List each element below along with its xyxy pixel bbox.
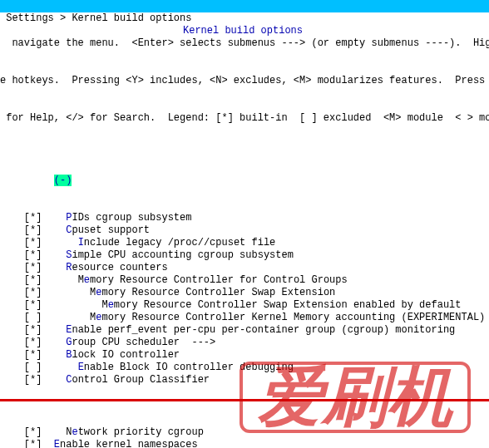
menu-item-label: nable perf_event per-cpu per-container g… [72, 324, 455, 336]
help-line: for Help, </> for Search. Legend: [*] bu… [0, 112, 489, 125]
menu-item[interactable]: [*] Block IO controller [0, 349, 489, 362]
checkbox-state: [*] [24, 224, 42, 236]
menu-item[interactable]: [*] Memory Resource Controller Swap Exte… [0, 299, 489, 312]
menu-item-label: nclude legacy /proc//cpuset file [84, 237, 275, 249]
help-line: navigate the menu. <Enter> selects subme… [0, 37, 489, 50]
menu-item[interactable]: [*] Memory Resource Controller Swap Exte… [0, 287, 489, 299]
checkbox-state: [*] [24, 249, 42, 261]
menu-item[interactable]: [*] Group CPU scheduler ---> [0, 337, 489, 349]
hotkey-char: E [78, 362, 84, 373]
checkbox-state: [*] [24, 237, 42, 249]
checkbox-state: [*] [24, 287, 42, 298]
checkbox-state: [*] [24, 349, 42, 361]
title-bar: Settings > Kernel build options Kernel b… [0, 0, 489, 12]
menu-item[interactable]: [*] Include legacy /proc//cpuset file [0, 237, 489, 249]
menu-item-label: mory Resource Controller Swap Extension [101, 287, 335, 298]
menu-item-label: nable Block IO controller debugging [84, 362, 294, 373]
hotkey-char: e [72, 426, 77, 438]
menu-item-label: mory Resource Controller Kernel Memory a… [101, 312, 485, 323]
menu-item[interactable]: [*] Simple CPU accounting cgroup subsyst… [0, 249, 489, 262]
menu-item-label: esource counters [72, 262, 167, 273]
dialog-title: Kernel build options [183, 25, 303, 37]
menu-item[interactable]: [*] Enable kernel namespaces [0, 439, 489, 448]
checkbox-state: [*] [24, 337, 42, 348]
menu-item[interactable]: [*] Enable perf_event per-cpu per-contai… [0, 324, 489, 337]
checkbox-state: [*] [24, 374, 42, 386]
menu-list[interactable]: (-) [*] PIDs cgroup subsystem [*] Cpuset… [0, 150, 489, 399]
menu-item[interactable]: [*] Memory Resource Controller for Contr… [0, 274, 489, 287]
menu-item-label: nable kernel namespaces [60, 439, 198, 448]
checkbox-state: [*] [24, 262, 42, 273]
hotkey-char: I [78, 237, 84, 249]
checkbox-state: [*] [24, 299, 42, 311]
checkbox-state: [*] [24, 324, 42, 336]
breadcrumb: Settings > Kernel build options [0, 12, 191, 25]
menu-item-label: imple CPU accounting cgroup subsystem [72, 249, 293, 261]
menu-item-label: twork priority cgroup [78, 426, 204, 438]
checkbox-state: [*] [24, 439, 42, 448]
checkbox-state: [*] [24, 212, 42, 224]
checkbox-state: [ ] [24, 362, 42, 373]
menu-item[interactable]: [*] Network priority cgroup [0, 426, 489, 439]
hotkey-char: e [84, 274, 90, 286]
menu-item[interactable]: [*] Cpuset support [0, 224, 489, 237]
hotkey-char: e [108, 299, 114, 311]
checkbox-state: [ ] [24, 312, 42, 323]
menu-item-label: ontrol Group Classifier [72, 374, 210, 386]
menu-item[interactable]: [*] Control Group Classifier [0, 374, 489, 386]
menu-item-label: IDs cgroup subsystem [72, 212, 191, 224]
help-line: e hotkeys. Pressing <Y> includes, <N> ex… [0, 75, 489, 87]
menu-item[interactable]: [ ] Enable Block IO controller debugging [0, 362, 489, 374]
menu-list[interactable]: [*] Network priority cgroup [*] Enable k… [0, 401, 489, 448]
menu-item[interactable]: [*] PIDs cgroup subsystem [0, 212, 489, 224]
menu-item[interactable]: [*] Resource counters [0, 262, 489, 274]
hotkey-char: E [54, 439, 60, 448]
menu-item[interactable]: [ ] Memory Resource Controller Kernel Me… [0, 312, 489, 324]
menu-item-label: lock IO controller [72, 349, 180, 361]
menu-item-label: puset support [72, 224, 150, 236]
menu-item-label: roup CPU scheduler ---> [72, 337, 215, 348]
scroll-marker: (-) [0, 175, 489, 187]
menu-item-label: mory Resource Controller for Control Gro… [90, 274, 348, 286]
menu-item-label: mory Resource Controller Swap Extension … [114, 299, 462, 311]
checkbox-state: [*] [24, 426, 42, 438]
checkbox-state: [*] [24, 274, 42, 286]
